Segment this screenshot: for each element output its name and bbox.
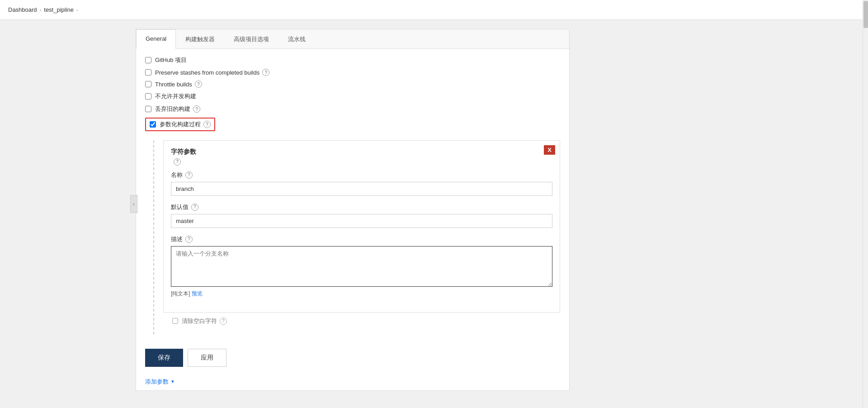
param-box: X 字符参数 ? 名称 ? <box>163 140 560 313</box>
save-button[interactable]: 保存 <box>145 349 183 367</box>
add-param-label: 添加参数 <box>145 378 169 386</box>
no-concurrent-checkbox[interactable] <box>145 93 151 100</box>
name-help-icon[interactable]: ? <box>185 171 193 179</box>
breadcrumb-dashboard[interactable]: Dashboard <box>8 6 37 13</box>
bottom-area: 清除空白字符 ? <box>163 313 560 334</box>
desc-field-group: 描述 ? [纯文本] 预览 <box>171 235 552 298</box>
clear-whitespace-checkbox[interactable] <box>172 318 178 324</box>
desc-help-icon[interactable]: ? <box>185 236 193 243</box>
github-project-row: GitHub 项目 <box>145 56 560 64</box>
discard-old-checkbox[interactable] <box>145 106 151 112</box>
tab-trigger[interactable]: 构建触发器 <box>176 29 224 49</box>
add-param-row[interactable]: 添加参数 ▼ <box>136 374 569 389</box>
breadcrumb: Dashboard › test_pipline › <box>0 0 868 20</box>
preserve-stashes-help-icon[interactable]: ? <box>262 69 269 76</box>
parametrized-help-icon[interactable]: ? <box>203 121 211 128</box>
tab-advanced[interactable]: 高级项目选项 <box>224 29 278 49</box>
add-param-arrow-icon: ▼ <box>170 379 175 384</box>
throttle-builds-row: Throttle builds ? <box>145 81 560 88</box>
name-field-group: 名称 ? <box>171 171 552 196</box>
discard-old-help-icon[interactable]: ? <box>193 105 200 113</box>
preserve-stashes-label[interactable]: Preserve stashes from completed builds <box>155 69 259 76</box>
scrollbar-thumb[interactable] <box>863 1 868 28</box>
form-area: GitHub 项目 Preserve stashes from complete… <box>136 49 569 342</box>
default-field-label: 默认值 ? <box>171 203 552 211</box>
discard-old-label[interactable]: 丢弃旧的构建 <box>155 105 190 113</box>
parametrized-row: 参数化构建过程 ? <box>145 118 215 131</box>
clear-whitespace-row: 清除空白字符 ? <box>172 317 551 325</box>
preview-link[interactable]: 预览 <box>192 290 203 297</box>
throttle-builds-checkbox[interactable] <box>145 81 151 87</box>
desc-textarea[interactable] <box>171 246 552 287</box>
github-project-checkbox[interactable] <box>145 57 151 63</box>
default-input[interactable] <box>171 214 552 228</box>
github-project-label[interactable]: GitHub 项目 <box>155 56 187 64</box>
clear-whitespace-help-icon[interactable]: ? <box>220 318 227 325</box>
settings-panel: General 构建触发器 高级项目选项 流水线 GitHub 项目 Prese <box>136 29 570 391</box>
tab-general[interactable]: General <box>136 29 176 49</box>
name-input[interactable] <box>171 182 552 196</box>
breadcrumb-pipeline[interactable]: test_pipline <box>44 6 74 13</box>
param-section: X 字符参数 ? 名称 ? <box>153 140 560 334</box>
tab-pipeline[interactable]: 流水线 <box>278 29 315 49</box>
sidebar-collapse-button[interactable]: ‹ <box>130 195 137 213</box>
default-field-group: 默认值 ? <box>171 203 552 228</box>
no-concurrent-row: 不允许并发构建 <box>145 92 560 100</box>
breadcrumb-sep2: › <box>76 7 78 13</box>
throttle-builds-help-icon[interactable]: ? <box>195 81 202 88</box>
param-type-title: 字符参数 <box>171 148 552 156</box>
preview-row: [纯文本] 预览 <box>171 290 552 298</box>
preserve-stashes-row: Preserve stashes from completed builds ? <box>145 69 560 76</box>
default-help-icon[interactable]: ? <box>191 204 198 211</box>
parametrized-label[interactable]: 参数化构建过程 <box>160 120 201 128</box>
preserve-stashes-checkbox[interactable] <box>145 69 151 76</box>
desc-field-label: 描述 ? <box>171 235 552 243</box>
breadcrumb-sep1: › <box>40 7 42 13</box>
apply-button[interactable]: 应用 <box>188 349 226 367</box>
parametrized-checkbox[interactable] <box>150 121 156 128</box>
tab-bar: General 构建触发器 高级项目选项 流水线 <box>136 29 569 49</box>
throttle-builds-label[interactable]: Throttle builds <box>155 81 192 88</box>
no-concurrent-label[interactable]: 不允许并发构建 <box>155 92 196 100</box>
delete-param-button[interactable]: X <box>544 145 555 155</box>
name-field-label: 名称 ? <box>171 171 552 179</box>
button-row: 保存 应用 <box>136 342 569 374</box>
param-type-help-icon[interactable]: ? <box>174 158 181 166</box>
clear-whitespace-label[interactable]: 清除空白字符 <box>182 317 217 325</box>
discard-old-row: 丢弃旧的构建 ? <box>145 105 560 113</box>
scrollbar-track[interactable] <box>863 0 868 408</box>
